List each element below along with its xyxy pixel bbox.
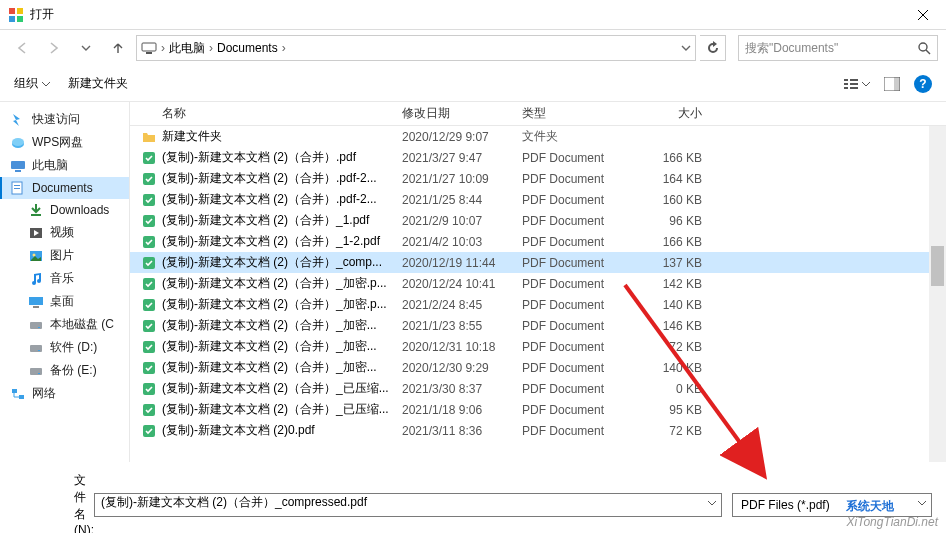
pc-icon [10,158,26,174]
preview-pane-button[interactable] [884,77,900,91]
sidebar-item[interactable]: 软件 (D:) [0,336,129,359]
pic-icon [28,248,44,264]
sidebar-item-label: 备份 (E:) [50,362,97,379]
file-row[interactable]: (复制)-新建文本文档 (2)（合并）_1-2.pdf2021/4/2 10:0… [130,231,946,252]
sidebar-item[interactable]: 备份 (E:) [0,359,129,382]
file-row[interactable]: (复制)-新建文本文档 (2)（合并）_已压缩...2021/1/18 9:06… [130,399,946,420]
svg-rect-20 [11,161,25,169]
sidebar-item-label: 视频 [50,224,74,241]
file-type: PDF Document [522,403,632,417]
up-button[interactable] [104,34,132,62]
file-list-area: 名称 修改日期 类型 大小 新建文件夹2020/12/29 9:07文件夹(复制… [130,102,946,462]
sidebar-item[interactable]: Downloads [0,199,129,221]
sidebar-item-label: 软件 (D:) [50,339,97,356]
sidebar-item[interactable]: 此电脑 [0,154,129,177]
file-size: 164 KB [632,172,712,186]
refresh-button[interactable] [700,35,726,61]
column-headers: 名称 修改日期 类型 大小 [130,102,946,126]
file-type-filter[interactable]: PDF Files (*.pdf) [732,493,932,517]
file-row[interactable]: (复制)-新建文本文档 (2)（合并）_已压缩...2021/3/30 8:37… [130,378,946,399]
svg-rect-2 [9,16,15,22]
file-date: 2020/12/19 11:44 [402,256,522,270]
file-name: (复制)-新建文本文档 (2)（合并）_1-2.pdf [162,233,402,250]
svg-rect-37 [12,389,17,393]
help-button[interactable]: ? [914,75,932,93]
pdf-icon [140,233,158,251]
desktop-icon [28,294,44,310]
file-row[interactable]: 新建文件夹2020/12/29 9:07文件夹 [130,126,946,147]
svg-rect-6 [142,43,156,51]
view-options-button[interactable] [844,77,870,91]
file-row[interactable]: (复制)-新建文本文档 (2)（合并）_comp...2020/12/19 11… [130,252,946,273]
file-date: 2021/3/11 8:36 [402,424,522,438]
sidebar-item[interactable]: 快速访问 [0,108,129,131]
file-row[interactable]: (复制)-新建文本文档 (2)（合并）_加密...2020/12/31 10:1… [130,336,946,357]
sidebar-item[interactable]: 网络 [0,382,129,405]
filename-input[interactable]: (复制)-新建文本文档 (2)（合并）_compressed.pdf [94,493,722,517]
file-row[interactable]: (复制)-新建文本文档 (2)（合并）_加密.p...2021/2/24 8:4… [130,294,946,315]
file-row[interactable]: (复制)-新建文本文档 (2)（合并）_加密.p...2020/12/24 10… [130,273,946,294]
svg-rect-23 [14,185,20,186]
pdf-icon [140,338,158,356]
organize-menu[interactable]: 组织 [14,75,50,92]
file-row[interactable]: (复制)-新建文本文档 (2)（合并）_加密...2021/1/23 8:55P… [130,315,946,336]
file-size: 140 KB [632,361,712,375]
doc-icon [10,180,26,196]
forward-button[interactable] [40,34,68,62]
svg-line-9 [926,50,930,54]
back-button[interactable] [8,34,36,62]
col-type[interactable]: 类型 [522,105,632,122]
file-row[interactable]: (复制)-新建文本文档 (2)（合并）.pdf2021/3/27 9:47PDF… [130,147,946,168]
pdf-icon [140,422,158,440]
scroll-thumb[interactable] [931,246,944,286]
file-date: 2020/12/30 9:29 [402,361,522,375]
nav-sidebar: 快速访问WPS网盘此电脑DocumentsDownloads视频图片音乐桌面本地… [0,102,130,462]
svg-rect-32 [38,327,40,328]
dl-icon [28,202,44,218]
new-folder-button[interactable]: 新建文件夹 [68,75,128,92]
file-row[interactable]: (复制)-新建文本文档 (2)（合并）.pdf-2...2021/1/27 10… [130,168,946,189]
crumb-pc[interactable]: 此电脑 [165,40,209,57]
file-row[interactable]: (复制)-新建文本文档 (2)（合并）.pdf-2...2021/1/25 8:… [130,189,946,210]
col-date[interactable]: 修改日期 [402,105,522,122]
pdf-icon [140,170,158,188]
chevron-down-icon[interactable] [917,498,927,508]
chevron-down-icon[interactable] [707,498,717,508]
col-size[interactable]: 大小 [632,105,712,122]
sidebar-item[interactable]: 桌面 [0,290,129,313]
wps-icon [10,135,26,151]
file-row[interactable]: (复制)-新建文本文档 (2)0.pdf2021/3/11 8:36PDF Do… [130,420,946,441]
address-dropdown[interactable] [286,43,691,53]
svg-rect-25 [31,214,41,216]
file-date: 2021/4/2 10:03 [402,235,522,249]
sidebar-item[interactable]: 图片 [0,244,129,267]
scrollbar[interactable] [929,126,946,462]
file-name: (复制)-新建文本文档 (2)（合并）_已压缩... [162,401,402,418]
pdf-icon [140,254,158,272]
file-date: 2020/12/31 10:18 [402,340,522,354]
file-name: (复制)-新建文本文档 (2)（合并）_加密.p... [162,275,402,292]
file-date: 2021/3/30 8:37 [402,382,522,396]
sidebar-item[interactable]: 视频 [0,221,129,244]
file-size: 140 KB [632,298,712,312]
file-row[interactable]: (复制)-新建文本文档 (2)（合并）_加密...2020/12/30 9:29… [130,357,946,378]
sidebar-item[interactable]: 本地磁盘 (C [0,313,129,336]
search-input[interactable]: 搜索"Documents" [738,35,938,61]
close-button[interactable] [900,0,946,30]
sidebar-item[interactable]: 音乐 [0,267,129,290]
search-icon [917,41,931,55]
pdf-icon [140,275,158,293]
file-size: 146 KB [632,319,712,333]
crumb-documents[interactable]: Documents [213,41,282,55]
svg-rect-10 [844,79,848,81]
address-bar[interactable]: › 此电脑 › Documents › [136,35,696,61]
file-type: PDF Document [522,172,632,186]
footer: 文件名(N): (复制)-新建文本文档 (2)（合并）_compressed.p… [0,462,946,533]
file-row[interactable]: (复制)-新建文本文档 (2)（合并）_1.pdf2021/2/9 10:07P… [130,210,946,231]
recent-dropdown[interactable] [72,34,100,62]
file-date: 2020/12/29 9:07 [402,130,522,144]
sidebar-item[interactable]: WPS网盘 [0,131,129,154]
sidebar-item-label: 桌面 [50,293,74,310]
col-name[interactable]: 名称 [162,105,402,122]
sidebar-item[interactable]: Documents [0,177,129,199]
